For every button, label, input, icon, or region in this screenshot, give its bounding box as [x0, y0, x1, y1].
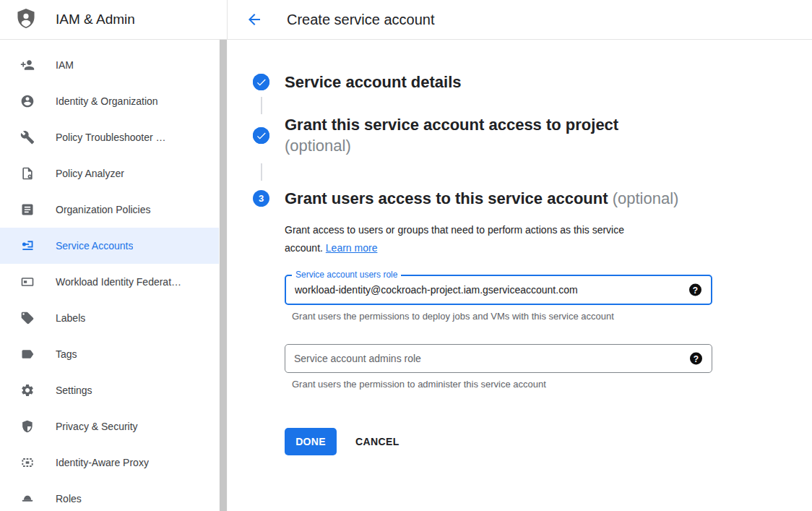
iam-shield-logo-icon	[16, 9, 36, 30]
sidebar-item-identity-aware-proxy[interactable]: Identity-Aware Proxy	[0, 445, 219, 481]
card-icon	[20, 275, 35, 289]
gear-icon	[20, 383, 35, 398]
sidebar-item-organization-policies[interactable]: Organization Policies	[0, 192, 219, 228]
admins-role-helper-text: Grant users the permission to administer…	[292, 379, 712, 390]
sidebar-item-label: Workload Identity Federat…	[56, 276, 181, 288]
sidebar-item-privacy-security[interactable]: Privacy & Security	[0, 408, 219, 445]
sidebar-item-label: Service Accounts	[56, 240, 133, 252]
sidebar-item-iam[interactable]: IAM	[0, 47, 219, 83]
step-2-grant-access-to-project: Grant this service account access to pro…	[253, 114, 812, 156]
article-icon	[20, 202, 35, 217]
step-3-grant-users-access: 3 Grant users access to this service acc…	[253, 188, 812, 209]
step-complete-check-icon	[253, 74, 269, 90]
learn-more-link[interactable]: Learn more	[326, 242, 378, 254]
sidebar-item-label: Identity-Aware Proxy	[56, 457, 149, 468]
sidebar-item-label: Policy Analyzer	[56, 168, 124, 179]
sidebar-item-label: Identity & Organization	[56, 95, 158, 107]
hat-icon	[20, 491, 35, 506]
form-actions: DONE CANCEL	[285, 428, 812, 455]
users-role-input-box: Service account users role ?	[285, 275, 712, 305]
service-account-admins-role-field: ? Grant users the permission to administ…	[285, 344, 712, 390]
sidebar-item-label: Privacy & Security	[56, 421, 138, 432]
sidebar-header: IAM & Admin	[0, 0, 228, 40]
sidebar-item-label: Roles	[56, 493, 82, 504]
step-3-description: Grant access to users or groups that nee…	[285, 221, 689, 257]
label-arrow-icon	[20, 347, 35, 361]
service-account-icon	[20, 239, 35, 253]
sidebar-item-label: Tags	[56, 348, 77, 360]
cancel-button[interactable]: CANCEL	[355, 436, 399, 447]
sidebar: IAM & Admin IAM Identity & Organization …	[0, 0, 228, 511]
step-connector	[261, 163, 262, 181]
step-title: Grant users access to this service accou…	[285, 188, 678, 209]
sidebar-item-label: Policy Troubleshooter …	[56, 132, 166, 143]
sidebar-item-roles[interactable]: Roles	[0, 481, 219, 511]
product-title: IAM & Admin	[56, 12, 135, 27]
help-icon[interactable]: ?	[689, 284, 701, 296]
step-connector	[261, 97, 262, 114]
back-arrow-icon[interactable]	[246, 11, 263, 28]
step-optional-label: (optional)	[613, 189, 679, 207]
sidebar-item-workload-identity-federation[interactable]: Workload Identity Federat…	[0, 264, 219, 300]
sidebar-nav: IAM Identity & Organization Policy Troub…	[0, 40, 219, 511]
users-role-field-label: Service account users role	[292, 270, 401, 280]
proxy-icon	[20, 455, 35, 470]
step-3-body: Grant access to users or groups that nee…	[285, 221, 812, 455]
step-1-service-account-details: Service account details	[253, 72, 812, 93]
create-service-account-form: Service account details Grant this servi…	[228, 40, 812, 455]
step-title: Service account details	[285, 72, 462, 93]
sidebar-item-service-accounts[interactable]: Service Accounts	[0, 228, 219, 264]
sidebar-item-policy-analyzer[interactable]: Policy Analyzer	[0, 155, 219, 192]
sidebar-scrollbar[interactable]	[219, 40, 228, 511]
main-header: Create service account	[228, 0, 812, 40]
admins-role-input[interactable]	[285, 345, 712, 372]
done-button[interactable]: DONE	[285, 428, 337, 455]
sidebar-item-identity-organization[interactable]: Identity & Organization	[0, 83, 219, 119]
sidebar-item-label: Settings	[56, 385, 92, 396]
sidebar-scrollbar-thumb[interactable]	[220, 40, 227, 511]
users-role-input[interactable]	[286, 276, 711, 304]
person-add-icon	[20, 58, 35, 72]
step-3-number-badge: 3	[253, 190, 269, 207]
page-title: Create service account	[287, 12, 435, 28]
admins-role-input-box: ?	[285, 344, 712, 373]
step-number: 3	[259, 193, 264, 204]
sidebar-item-label: Labels	[56, 312, 85, 324]
users-role-helper-text: Grant users the permissions to deploy jo…	[292, 311, 712, 322]
price-tag-icon	[20, 311, 35, 325]
sidebar-item-label: Organization Policies	[56, 204, 151, 215]
sidebar-item-tags[interactable]: Tags	[0, 336, 219, 372]
help-icon[interactable]: ?	[690, 353, 702, 365]
service-account-users-role-field: Service account users role ? Grant users…	[285, 275, 712, 322]
sidebar-item-policy-troubleshooter[interactable]: Policy Troubleshooter …	[0, 119, 219, 155]
policy-analyzer-icon	[20, 166, 35, 181]
sidebar-item-settings[interactable]: Settings	[0, 372, 219, 408]
sidebar-item-label: IAM	[56, 59, 74, 71]
sidebar-item-labels[interactable]: Labels	[0, 300, 219, 336]
step-optional-label: (optional)	[285, 135, 618, 156]
wrench-icon	[20, 130, 35, 145]
main-panel: Create service account Service account d…	[228, 0, 812, 511]
account-circle-icon	[20, 94, 35, 108]
shield-icon	[20, 419, 35, 434]
step-title: Grant this service account access to pro…	[285, 114, 618, 135]
step-complete-check-icon	[253, 127, 269, 144]
step-title-block: Grant this service account access to pro…	[285, 114, 618, 156]
